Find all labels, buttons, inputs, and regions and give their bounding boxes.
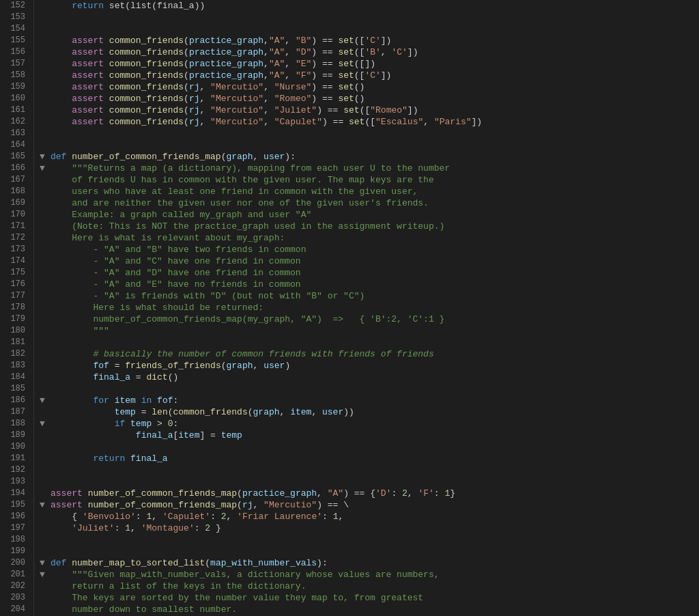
fold-arrow xyxy=(40,604,51,615)
code-line: The keys are sorted by the number value … xyxy=(40,592,699,604)
code-text: Example: a graph called my_graph and use… xyxy=(51,209,311,221)
line-number: 167 xyxy=(5,174,25,186)
code-line: { 'Benvolio': 1, 'Capulet': 2, 'Friar La… xyxy=(40,511,699,522)
code-text: { 'Benvolio': 1, 'Capulet': 2, 'Friar La… xyxy=(51,511,343,522)
fold-arrow xyxy=(40,116,51,128)
line-number: 204 xyxy=(5,604,25,615)
line-number: 183 xyxy=(5,360,25,372)
fold-arrow xyxy=(40,430,51,441)
fold-arrow[interactable]: ▼ xyxy=(40,499,51,511)
code-text: - "A" is friends with "D" (but not with … xyxy=(51,290,365,302)
code-line: assert common_friends(rj, "Mercutio", "C… xyxy=(40,116,699,128)
line-numbers: 1521531541551561571581591601611621631641… xyxy=(0,0,34,616)
code-line: and are neither the given user nor one o… xyxy=(40,197,699,209)
fold-arrow xyxy=(40,46,51,58)
fold-arrow xyxy=(40,197,51,209)
code-text: final_a[item] = temp xyxy=(51,430,242,441)
code-line xyxy=(40,383,699,395)
fold-arrow xyxy=(40,360,51,372)
code-line: fof = friends_of_friends(graph, user) xyxy=(40,360,699,372)
code-text: return set(list(final_a)) xyxy=(51,0,205,12)
code-text: def number_of_common_friends_map(graph, … xyxy=(51,151,296,163)
line-number: 171 xyxy=(5,221,25,232)
fold-arrow[interactable]: ▼ xyxy=(40,569,51,580)
line-number: 157 xyxy=(5,58,25,70)
code-text: and are neither the given user nor one o… xyxy=(51,197,429,209)
code-line: assert common_friends(rj, "Mercutio", "N… xyxy=(40,81,699,93)
line-number: 158 xyxy=(5,70,25,81)
fold-arrow xyxy=(40,93,51,104)
fold-arrow[interactable]: ▼ xyxy=(40,151,51,163)
line-number: 180 xyxy=(5,325,25,337)
code-line: return set(list(final_a)) xyxy=(40,0,699,12)
line-number: 199 xyxy=(5,546,25,557)
line-number: 155 xyxy=(5,35,25,46)
fold-arrow[interactable]: ▼ xyxy=(40,163,51,174)
code-line: assert common_friends(rj, "Mercutio", "J… xyxy=(40,104,699,116)
code-line: ▼ """Given map_with_number_vals, a dicti… xyxy=(40,569,699,580)
line-number: 170 xyxy=(5,209,25,221)
code-line xyxy=(40,464,699,476)
code-line xyxy=(40,128,699,139)
code-text: 'Juliet': 1, 'Montague': 2 } xyxy=(51,522,221,534)
code-line: assert common_friends(rj, "Mercutio", "R… xyxy=(40,93,699,104)
line-number: 162 xyxy=(5,116,25,128)
code-text: of friends U has in common with the give… xyxy=(51,174,434,186)
code-line: ▼ if temp > 0: xyxy=(40,418,699,430)
code-line xyxy=(40,441,699,453)
line-number: 172 xyxy=(5,232,25,244)
code-line xyxy=(40,337,699,348)
line-number: 168 xyxy=(5,186,25,197)
code-text: assert common_friends(practice_graph,"A"… xyxy=(51,35,391,46)
line-number: 198 xyxy=(5,534,25,546)
fold-arrow xyxy=(40,58,51,70)
fold-arrow xyxy=(40,221,51,232)
line-number: 200 xyxy=(5,557,25,569)
line-number: 201 xyxy=(5,569,25,580)
line-number: 177 xyxy=(5,290,25,302)
code-line xyxy=(40,476,699,488)
fold-arrow xyxy=(40,534,51,546)
code-text: - "A" and "B" have two friends in common xyxy=(51,244,306,255)
code-text: """Returns a map (a dictionary), mapping… xyxy=(51,163,450,174)
fold-arrow xyxy=(40,232,51,244)
fold-arrow[interactable]: ▼ xyxy=(40,557,51,569)
code-text: assert common_friends(rj, "Mercutio", "J… xyxy=(51,104,418,116)
code-line: return final_a xyxy=(40,453,699,464)
fold-arrow[interactable]: ▼ xyxy=(40,418,51,430)
line-number: 194 xyxy=(5,488,25,499)
code-line: temp = len(common_friends(graph, item, u… xyxy=(40,406,699,418)
code-line: number down to smallest number. xyxy=(40,604,699,615)
code-line: assert common_friends(practice_graph,"A"… xyxy=(40,70,699,81)
code-text: return final_a xyxy=(51,453,168,464)
fold-arrow xyxy=(40,464,51,476)
fold-arrow xyxy=(40,186,51,197)
code-text: fof = friends_of_friends(graph, user) xyxy=(51,360,290,372)
code-line: final_a[item] = temp xyxy=(40,430,699,441)
code-line: (Note: This is NOT the practice_graph us… xyxy=(40,221,699,232)
line-number: 166 xyxy=(5,163,25,174)
fold-arrow xyxy=(40,209,51,221)
fold-arrow xyxy=(40,81,51,93)
code-line: Here is what is relevant about my_graph: xyxy=(40,232,699,244)
fold-arrow xyxy=(40,372,51,383)
line-number: 174 xyxy=(5,255,25,267)
fold-arrow xyxy=(40,23,51,35)
code-line xyxy=(40,534,699,546)
fold-arrow[interactable]: ▼ xyxy=(40,395,51,406)
line-number: 196 xyxy=(5,511,25,522)
code-text: return a list of the keys in the diction… xyxy=(51,580,306,592)
code-text: final_a = dict() xyxy=(51,372,178,383)
code-text: The keys are sorted by the number value … xyxy=(51,592,423,604)
code-content[interactable]: return set(list(final_a)) assert common_… xyxy=(34,0,699,616)
line-number: 182 xyxy=(5,348,25,360)
code-line: return a list of the keys in the diction… xyxy=(40,580,699,592)
fold-arrow xyxy=(40,104,51,116)
line-number: 191 xyxy=(5,453,25,464)
code-text: number_of_common_friends_map(my_graph, "… xyxy=(51,313,444,325)
line-number: 164 xyxy=(5,139,25,151)
code-line: - "A" is friends with "D" (but not with … xyxy=(40,290,699,302)
line-number: 192 xyxy=(5,464,25,476)
fold-arrow xyxy=(40,290,51,302)
fold-arrow xyxy=(40,267,51,279)
